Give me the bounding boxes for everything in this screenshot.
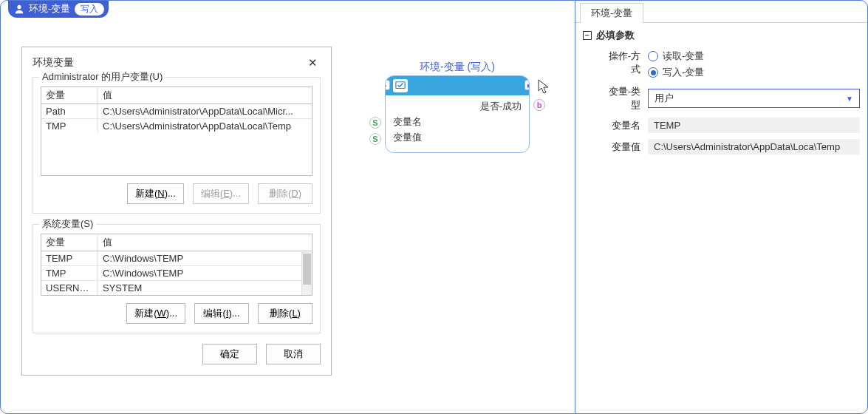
system-vars-legend: 系统变量(S)	[39, 217, 96, 231]
person-icon	[14, 4, 24, 14]
port-string-icon[interactable]: S	[369, 117, 381, 129]
left-panel: 环境-变量 写入 环境变量 ✕ Administrator 的用户变量(U)	[1, 1, 575, 413]
user-vars-legend: Administrator 的用户变量(U)	[39, 70, 165, 84]
node-wrap: 环境-变量 (写入) ▸ ▸ 是否-成功	[385, 61, 530, 153]
row-op-mode: 操作-方式 读取-变量 写入-变量	[583, 50, 860, 79]
node-card[interactable]: ▸ ▸ 是否-成功 变量名	[385, 75, 530, 153]
var-name-label: 变量名	[601, 119, 648, 132]
var-type-value: 用户	[655, 92, 674, 105]
node-header: ▸ ▸	[386, 76, 529, 95]
var-value-input[interactable]: C:\Users\Administrator\AppData\Loca\Temp	[648, 139, 860, 155]
radio-write-label: 写入-变量	[663, 66, 704, 79]
dialog-title: 环境变量	[33, 56, 74, 69]
svg-point-0	[17, 5, 21, 9]
monitor-check-icon	[393, 79, 408, 92]
ok-button[interactable]: 确定	[202, 344, 257, 364]
close-icon[interactable]: ✕	[305, 56, 321, 69]
delete-system-button[interactable]: 删除(L)	[258, 303, 312, 324]
system-vars-fieldset: 系统变量(S) 变量 值 TEMP C:\Windows\TEMP	[33, 224, 321, 333]
node-row-value: 变量值	[393, 131, 522, 144]
new-user-button[interactable]: 新建(N)...	[127, 183, 184, 204]
dialog-btn-row: 确定 取消	[33, 344, 321, 364]
flow-in-port[interactable]: ▸	[385, 80, 390, 90]
sys-table-body: TEMP C:\Windows\TEMP TMP C:\Windows\TEMP…	[41, 251, 312, 295]
col-val: 值	[98, 234, 312, 251]
system-var-table[interactable]: 变量 值 TEMP C:\Windows\TEMP TMP C:\Windows…	[41, 234, 312, 296]
cursor-icon	[538, 79, 550, 94]
sys-btn-row: 新建(W)... 编辑(I)... 删除(L)	[41, 303, 312, 324]
cancel-button[interactable]: 取消	[266, 344, 321, 364]
row-var-name: 变量名 TEMP	[583, 118, 860, 133]
radio-read-label: 读取-变量	[663, 50, 704, 63]
col-var: 变量	[41, 87, 98, 104]
var-value-label: 变量值	[601, 140, 648, 154]
edit-user-button: 编辑(E)...	[193, 183, 249, 204]
node-title: 环境-变量 (写入)	[385, 61, 530, 74]
node-row-name: 变量名	[393, 115, 522, 129]
mode-badge: 写入	[75, 3, 104, 16]
user-btn-row: 新建(N)... 编辑(E)... 删除(D)	[41, 183, 312, 204]
scrollbar[interactable]	[301, 252, 312, 295]
table-header: 变量 值	[41, 87, 312, 104]
rp-tabbar: 环境-变量	[575, 1, 867, 23]
user-vars-fieldset: Administrator 的用户变量(U) 变量 值 Path C:\User…	[33, 77, 321, 214]
radio-icon	[648, 67, 658, 78]
new-system-button[interactable]: 新建(W)...	[126, 303, 185, 324]
in-name-label: 变量名	[393, 115, 422, 129]
right-panel: 环境-变量 − 必填参数 操作-方式 读取-变量 写入-变量	[575, 1, 867, 413]
table-row[interactable]: TEMP C:\Windows\TEMP	[41, 251, 312, 266]
table-row[interactable]: TMP C:\Windows\TEMP	[41, 266, 312, 281]
radio-write[interactable]: 写入-变量	[648, 66, 860, 79]
row-var-type: 变量-类型 用户 ▼	[583, 85, 860, 112]
port-bool-icon[interactable]: b	[533, 99, 545, 111]
port-string-icon[interactable]: S	[369, 133, 381, 145]
tab-env-var[interactable]: 环境-变量	[580, 3, 643, 23]
radio-read[interactable]: 读取-变量	[648, 50, 860, 63]
var-type-label: 变量-类型	[601, 85, 648, 112]
op-mode-label: 操作-方式	[601, 50, 648, 76]
flow-out-port[interactable]: ▸	[524, 80, 530, 90]
chevron-down-icon: ▼	[846, 95, 853, 103]
row-var-value: 变量值 C:\Users\Administrator\AppData\Loca\…	[583, 139, 860, 155]
node-body: 是否-成功 变量名 变量值	[386, 95, 529, 152]
header-pill-wrap: 环境-变量 写入	[1, 1, 575, 18]
section-title: 必填参数	[596, 29, 635, 42]
op-mode-radios: 读取-变量 写入-变量	[648, 50, 860, 79]
node-row-success: 是否-成功	[393, 100, 522, 113]
radio-icon	[648, 51, 658, 61]
edit-system-button[interactable]: 编辑(I)...	[194, 303, 249, 324]
header-pill: 环境-变量 写入	[8, 1, 109, 18]
canvas-area: 环境变量 ✕ Administrator 的用户变量(U) 变量 值	[1, 18, 575, 413]
app-root: 环境-变量 写入 环境变量 ✕ Administrator 的用户变量(U)	[0, 0, 868, 414]
header-title: 环境-变量	[29, 2, 70, 16]
col-var: 变量	[41, 234, 98, 251]
delete-user-button: 删除(D)	[258, 183, 312, 204]
env-var-dialog: 环境变量 ✕ Administrator 的用户变量(U) 变量 值	[21, 47, 332, 376]
col-val: 值	[98, 87, 312, 104]
table-row[interactable]: USERNAME SYSTEM	[41, 281, 312, 295]
user-table-body: Path C:\Users\Administrator\AppData\Loca…	[41, 104, 312, 175]
var-type-dropdown[interactable]: 用户 ▼	[648, 89, 860, 108]
var-name-input[interactable]: TEMP	[648, 118, 860, 133]
table-row[interactable]: Path C:\Users\Administrator\AppData\Loca…	[41, 104, 312, 119]
out-success-label: 是否-成功	[480, 100, 522, 113]
table-row[interactable]: TMP C:\Users\Administrator\AppData\Local…	[41, 119, 312, 133]
in-value-label: 变量值	[393, 131, 422, 144]
rp-body: − 必填参数 操作-方式 读取-变量 写入-变量 变量-类型	[575, 23, 867, 166]
rp-section-head[interactable]: − 必填参数	[583, 29, 860, 42]
user-var-table[interactable]: 变量 值 Path C:\Users\Administrator\AppData…	[41, 86, 312, 176]
scroll-thumb[interactable]	[303, 254, 311, 285]
table-header: 变量 值	[41, 234, 312, 251]
collapse-icon[interactable]: −	[583, 31, 592, 40]
